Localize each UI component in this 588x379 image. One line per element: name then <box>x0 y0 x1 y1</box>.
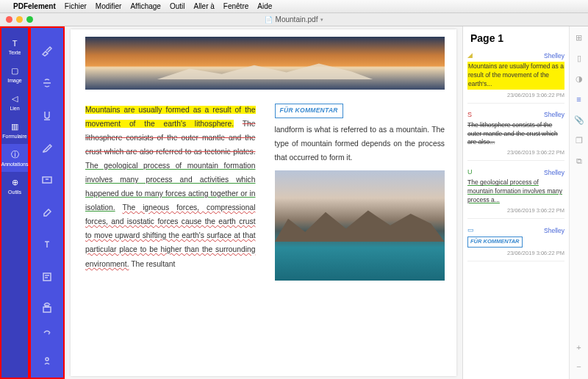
comment-author: Shelley <box>544 52 564 59</box>
menu-fichier[interactable]: Fichier <box>65 2 87 10</box>
annotation-tools-sidebar <box>29 26 65 379</box>
pencil-tool[interactable] <box>37 138 57 157</box>
column-left: Mountains are usually formed as a result… <box>85 103 256 281</box>
underline-tool[interactable] <box>37 106 57 125</box>
minimize-window-button[interactable] <box>16 16 23 23</box>
column-right: FÜR KOMMENTAR landform is what is referr… <box>275 103 445 281</box>
comment-text: The geological process of mountain forma… <box>467 178 564 205</box>
comment-timestamp: 23/06/2019 3:06:22 PM <box>467 149 564 156</box>
thumbnails-icon[interactable]: ⊞ <box>574 32 584 43</box>
form-icon: ▥ <box>10 122 20 132</box>
comment-author: Shelley <box>544 111 564 118</box>
right-rail: ⊞ ▯ ◑ ≡ 📎 ❐ ⧉ + − <box>569 26 588 379</box>
comment-item[interactable]: UShelley The geological process of mount… <box>467 168 564 219</box>
comment-timestamp: 23/06/2019 3:06:22 PM <box>467 207 564 214</box>
undo-button[interactable] <box>37 295 57 314</box>
pages-icon[interactable]: ⧉ <box>574 156 584 166</box>
comment-item[interactable]: ▭Shelley FÜR KOMMENTAR 23/06/2019 3:06:2… <box>467 226 564 261</box>
sidebar-item-outils[interactable]: ⊕Outils <box>1 172 28 200</box>
primary-sidebar: TTexte ▢Image ◁Lien ▥Formulaire ⓘAnnotat… <box>0 26 29 379</box>
sidebar-item-texte[interactable]: TTexte <box>1 32 28 60</box>
attachment-icon[interactable]: 📎 <box>574 115 584 125</box>
page-icon[interactable]: ▯ <box>574 53 584 63</box>
comments-list-icon[interactable]: ≡ <box>574 94 584 104</box>
typewriter-tool[interactable] <box>37 235 57 254</box>
comment-text: FÜR KOMMENTAR <box>467 237 523 248</box>
underline-icon: U <box>467 168 476 176</box>
comment-annotation[interactable]: FÜR KOMMENTAR <box>275 104 343 118</box>
menu-fenetre[interactable]: Fenêtre <box>223 2 248 10</box>
menu-aide[interactable]: Aide <box>257 2 272 10</box>
app-name[interactable]: PDFelement <box>13 2 56 10</box>
strikethrough-icon: S <box>467 111 476 119</box>
menu-aller-a[interactable]: Aller à <box>193 2 214 10</box>
comments-panel: Page 1 ◢Shelley Mountains are usually fo… <box>462 26 569 379</box>
comment-item[interactable]: ◢Shelley Mountains are usually formed as… <box>467 51 564 104</box>
file-icon: 📄 <box>265 16 273 24</box>
comment-timestamp: 23/06/2019 3:06:22 PM <box>467 250 564 256</box>
comment-author: Shelley <box>544 169 564 176</box>
sidebar-item-lien[interactable]: ◁Lien <box>1 88 28 116</box>
sidebar-item-image[interactable]: ▢Image <box>1 60 28 88</box>
maximize-window-button[interactable] <box>26 16 33 23</box>
strikethrough-tool[interactable] <box>37 73 57 93</box>
tools-icon: ⊕ <box>10 178 20 188</box>
signature-tool[interactable] <box>37 351 57 370</box>
redo-button[interactable] <box>37 323 57 342</box>
comment-text: The lithosphere consists of the outer ma… <box>467 121 564 148</box>
squiggly-text[interactable]: The igneous forces, compressional forces… <box>85 203 256 267</box>
sidebar-item-annotations[interactable]: ⓘAnnotations <box>1 144 28 172</box>
comment-author: Shelley <box>544 227 564 234</box>
highlight-icon: ◢ <box>467 51 476 59</box>
comment-text: Mountains are usually formed as a result… <box>467 62 564 90</box>
body-text: The resultant <box>131 260 175 268</box>
textbox-icon: ▭ <box>467 226 476 234</box>
window-titlebar: 📄 Mountain.pdf <box>0 13 588 26</box>
document-viewport[interactable]: Mountains are usually formed as a result… <box>65 26 462 379</box>
svg-rect-1 <box>43 273 51 281</box>
content-image <box>275 170 445 281</box>
body-text: landform is what is referred to as a mou… <box>275 123 445 165</box>
comments-panel-heading: Page 1 <box>467 32 564 44</box>
text-icon: T <box>10 38 20 48</box>
hero-image <box>85 37 445 90</box>
remove-button[interactable]: − <box>574 361 584 372</box>
sidebar-item-formulaire[interactable]: ▥Formulaire <box>1 116 28 144</box>
menu-affichage[interactable]: Affichage <box>130 2 161 10</box>
svg-rect-0 <box>43 177 51 183</box>
menu-outil[interactable]: Outil <box>170 2 185 10</box>
menu-modifier[interactable]: Modifier <box>96 2 122 10</box>
textbox-tool[interactable] <box>37 170 57 190</box>
pdf-page: Mountains are usually formed as a result… <box>71 29 456 376</box>
document-title[interactable]: 📄 Mountain.pdf <box>265 15 324 24</box>
comment-timestamp: 23/06/2019 3:06:22 PM <box>467 92 564 98</box>
comment-item[interactable]: SShelley The lithosphere consists of the… <box>467 111 564 162</box>
highlight-tool[interactable] <box>37 41 57 60</box>
copy-icon[interactable]: ❐ <box>574 135 584 145</box>
image-icon: ▢ <box>10 66 20 76</box>
bookmark-icon[interactable]: ◑ <box>574 73 584 84</box>
note-tool[interactable] <box>37 267 57 286</box>
annotations-icon: ⓘ <box>10 150 20 160</box>
svg-point-3 <box>46 358 49 361</box>
close-window-button[interactable] <box>6 16 12 23</box>
highlighted-text[interactable]: Mountains are usually formed as a result… <box>85 106 256 128</box>
add-button[interactable]: + <box>574 342 584 353</box>
eraser-tool[interactable] <box>37 203 57 222</box>
link-icon: ◁ <box>10 94 20 104</box>
mac-menubar: PDFelement Fichier Modifier Affichage Ou… <box>0 0 588 13</box>
